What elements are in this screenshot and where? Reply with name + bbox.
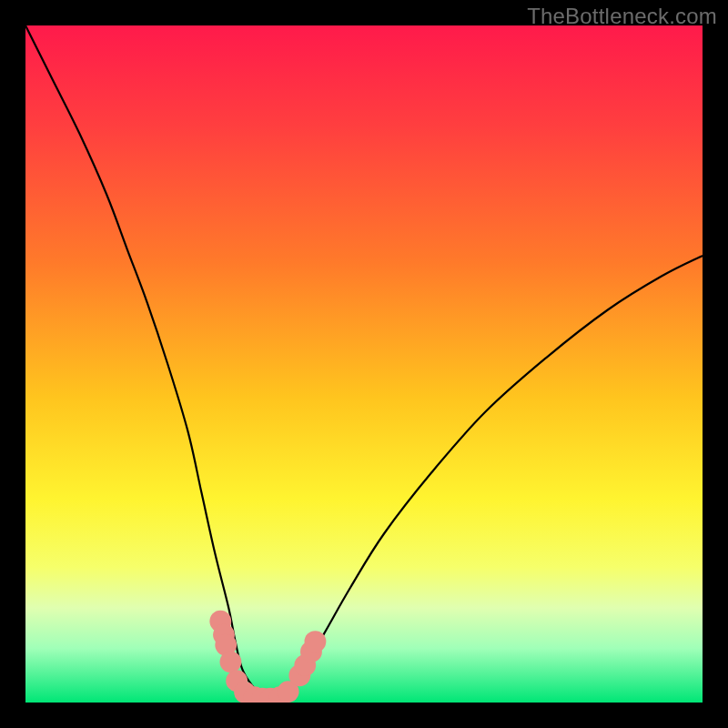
marker-dot	[305, 631, 327, 652]
chart-background	[25, 25, 703, 703]
marker-dot	[220, 651, 242, 672]
plot-area	[25, 25, 703, 703]
chart-svg	[25, 25, 703, 703]
chart-frame: TheBottleneck.com	[0, 0, 728, 728]
